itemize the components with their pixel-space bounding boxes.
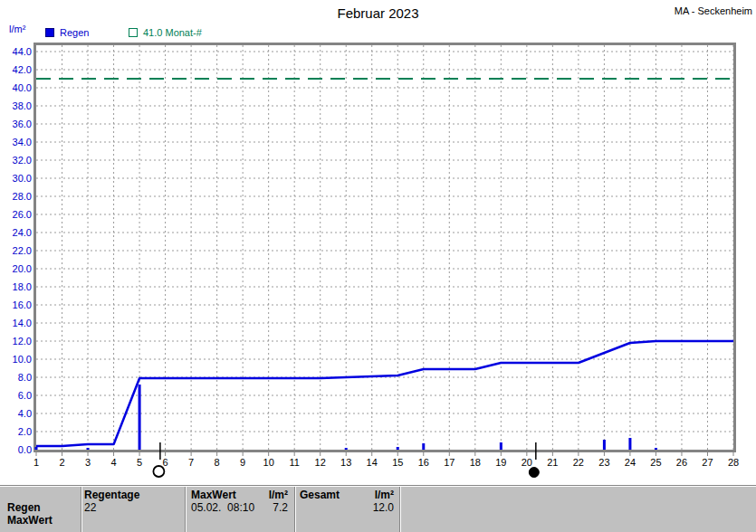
summary-table: Regen MaxWert Regentage 22 MaxWert l/m² … (0, 485, 756, 532)
legend-month-avg-swatch-icon (129, 28, 138, 37)
x-tick-label: 2 (59, 457, 64, 468)
regentage-header: Regentage (84, 489, 139, 501)
x-tick-label: 9 (240, 457, 245, 468)
table-divider (294, 487, 296, 532)
table-divider (81, 487, 82, 532)
x-tick-label: 11 (289, 457, 299, 468)
daily-rain-bar (500, 442, 502, 450)
x-tick-label: 26 (676, 457, 687, 468)
summary-row-labels: Regen MaxWert (7, 486, 78, 532)
x-tick-label: 14 (367, 457, 378, 468)
summary-col-gesamt: Gesamt l/m² 12.0 (300, 486, 394, 532)
y-tick-label: 24.0 (13, 227, 32, 238)
x-tick-label: 23 (598, 457, 609, 468)
y-tick-label: 36.0 (13, 119, 32, 129)
summary-col-maxwert: MaxWert l/m² 05.02. 08:10 7.2 (191, 486, 288, 532)
daily-rain-bar (139, 385, 141, 450)
x-tick-label: 3 (85, 457, 91, 468)
x-tick-label: 6 (163, 457, 168, 468)
row-label-regen: Regen (7, 501, 41, 514)
y-tick-label: 38.0 (13, 100, 32, 111)
y-axis-unit-label: l/m² (9, 24, 25, 34)
y-tick-label: 34.0 (13, 137, 32, 147)
y-tick-label: 16.0 (13, 299, 32, 310)
y-tick-label: 22.0 (13, 245, 32, 256)
gesamt-header: Gesamt (300, 489, 340, 501)
x-tick-label: 7 (188, 457, 194, 468)
x-tick-label: 10 (263, 457, 274, 468)
daily-rain-bar (87, 448, 90, 450)
y-tick-label: 14.0 (13, 318, 32, 328)
x-tick-label: 12 (315, 457, 326, 468)
y-tick-label: 8.0 (18, 372, 32, 383)
x-tick-label: 28 (728, 457, 739, 468)
gesamt-value: 12.0 (373, 501, 394, 514)
maxwert-value: 7.2 (273, 501, 288, 514)
y-tick-label: 0.0 (18, 444, 32, 455)
table-divider (185, 487, 187, 532)
x-tick-label: 18 (470, 457, 481, 468)
y-tick-label: 2.0 (18, 426, 32, 437)
y-tick-label: 28.0 (13, 191, 32, 202)
daily-rain-bar (345, 448, 348, 450)
x-tick-label: 21 (547, 457, 558, 468)
row-label-maxwert: MaxWert (7, 514, 53, 527)
legend-month-avg-label: 41.0 Monat-# (143, 27, 202, 38)
maxwert-datetime: 05.02. 08:10 (191, 501, 254, 514)
x-tick-label: 22 (573, 457, 584, 468)
x-tick-label: 13 (340, 457, 351, 468)
x-tick-label: 27 (702, 457, 713, 468)
x-tick-label: 25 (650, 457, 661, 468)
x-tick-label: 8 (215, 457, 220, 468)
daily-rain-bar (422, 443, 425, 450)
x-tick-label: 4 (110, 457, 116, 468)
rain-chart: 1234567891011121314151617181920212223242… (0, 0, 756, 484)
y-tick-label: 42.0 (13, 64, 32, 75)
y-tick-label: 18.0 (13, 281, 32, 292)
daily-rain-bar (603, 440, 606, 450)
daily-rain-bar (655, 448, 657, 450)
legend-rain-label: Regen (60, 27, 89, 38)
x-tick-label: 20 (522, 457, 532, 468)
y-tick-label: 40.0 (13, 82, 32, 93)
full-moon-icon (153, 466, 164, 477)
legend-rain-swatch-icon (45, 28, 54, 37)
summary-col-regentage: Regentage 22 (84, 486, 180, 532)
daily-rain-bar (397, 447, 399, 450)
station-name: MA - Seckenheim (675, 5, 752, 16)
daily-rain-bar (628, 438, 631, 450)
x-tick-label: 19 (495, 457, 506, 468)
y-tick-label: 32.0 (13, 155, 32, 166)
daily-rain-bar (35, 447, 38, 450)
y-tick-label: 12.0 (13, 336, 32, 347)
page-title: Februar 2023 (0, 5, 756, 21)
y-tick-label: 4.0 (18, 408, 32, 419)
x-tick-label: 5 (137, 457, 142, 468)
x-tick-label: 17 (444, 457, 455, 468)
maxwert-unit: l/m² (269, 489, 288, 501)
table-divider (399, 487, 401, 532)
x-tick-label: 1 (33, 457, 39, 468)
legend-item-regen: Regen (45, 27, 89, 38)
y-tick-label: 30.0 (13, 173, 32, 184)
y-tick-label: 44.0 (13, 46, 32, 57)
regentage-value: 22 (84, 501, 96, 514)
y-tick-label: 20.0 (13, 263, 32, 274)
new-moon-icon (529, 468, 539, 478)
y-tick-label: 10.0 (13, 354, 32, 365)
legend-item-monthly-average: 41.0 Monat-# (129, 27, 202, 38)
x-tick-label: 24 (625, 457, 636, 468)
x-tick-label: 16 (418, 457, 429, 468)
y-tick-label: 26.0 (13, 209, 32, 220)
maxwert-header: MaxWert (191, 489, 236, 501)
x-tick-label: 15 (392, 457, 403, 468)
gesamt-unit: l/m² (375, 489, 394, 501)
y-tick-label: 6.0 (18, 390, 32, 401)
